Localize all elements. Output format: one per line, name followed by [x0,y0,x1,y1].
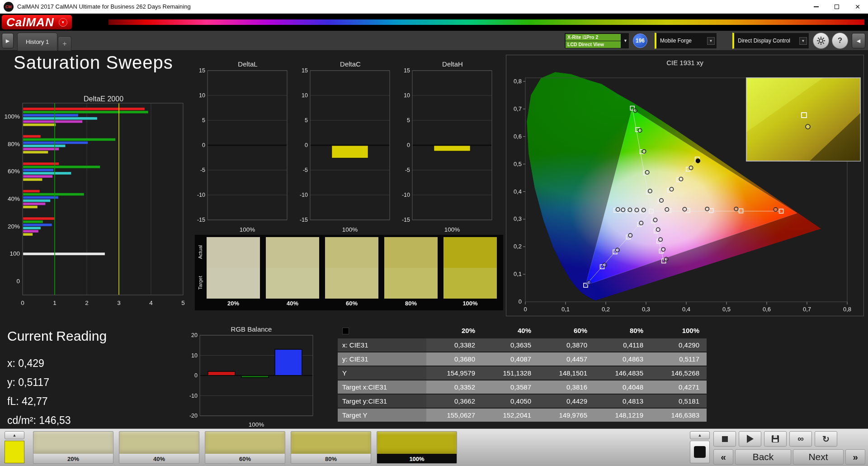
axis-label: 5 [305,117,308,124]
cie-zoom-inset [746,78,860,161]
deltae-bar [23,196,58,199]
window-title: CalMAN 2017 CalMAN Ultimate for Business… [17,0,191,14]
axis-label: 0 [524,306,527,313]
axis-label: 100% [444,226,460,233]
collapse-right-panel-button[interactable]: ◀ [852,33,865,48]
swatch-label: 100% [443,300,497,307]
deltae-group-label: 100 [9,250,20,257]
axis-label: -10 [197,192,205,198]
table-column-header: 40% [482,324,538,338]
minimize-button[interactable] [806,0,826,14]
axis-label: 0,7 [514,105,522,112]
pattern-control-bar: ▲ 20%40%60%80%100% ▲ ∞ ↻ « Back Next » [0,428,868,466]
table-cell: 0,3382 [426,338,482,352]
calman-logo[interactable]: CalMAN ▼ [2,15,72,29]
meter-reading-badge: 196 [633,33,647,48]
cie-measured-marker [734,207,738,211]
axis-label: 0,5 [722,306,731,313]
deltah-chart: 151050-5-10-15100% [395,67,495,235]
deltae-bar [23,175,52,178]
meter-dropdown[interactable]: X-Rite i1Pro 2 LCD Direct View ▼ [564,33,629,49]
logo-menu-button[interactable]: ▼ [59,18,67,27]
measurement-table: 20%40%60%80%100%x: CIE310,33820,36350,38… [338,324,707,423]
cie-measured-marker [642,208,645,212]
level-button-40%[interactable]: 40% [119,431,199,464]
deltae-bar [23,230,38,233]
back-chevron-button[interactable]: « [713,449,733,465]
axis-label: 2 [85,300,89,306]
level-button-20%[interactable]: 20% [33,431,113,464]
next-chevron-button[interactable]: » [845,449,865,465]
swatch-actual [207,237,260,268]
chevron-down-icon[interactable]: ▼ [799,37,807,45]
help-button[interactable]: ? [832,33,848,49]
cie-measured-marker [656,228,660,231]
axis-label: 5 [202,117,205,124]
axis-label: 10 [302,92,308,99]
back-button[interactable]: Back [735,449,791,465]
loop-button[interactable]: ↻ [815,431,837,447]
tab-history-1[interactable]: History 1 [17,33,57,51]
swatch-label: 80% [384,300,438,307]
chevron-down-icon[interactable]: ▼ [707,37,715,45]
axis-label: 0 [407,142,410,148]
table-cell: 0,5181 [651,395,707,408]
table-row: Target x:CIE310,33520,35870,38160,40480,… [338,380,707,394]
axis-label: 0,8 [514,78,522,85]
cie-measured-marker [705,207,709,211]
save-button[interactable] [764,431,787,447]
rgb-balance-chart: 20100-10-20100% [183,333,318,428]
display-control-dropdown[interactable]: Direct Display Control ▼ [732,33,809,49]
level-button-100%[interactable]: 100% [377,431,457,464]
continuous-measure-button[interactable]: ∞ [789,431,812,447]
level-button-60%[interactable]: 60% [205,431,285,464]
axis-label: 0,2 [602,306,610,313]
swatch-80% [384,237,438,299]
cie-chart-title: CIE 1931 xy [506,59,863,67]
settings-button[interactable] [813,33,829,49]
up-arrow-icon: ▲ [13,433,17,437]
table-row: x: CIE310,33820,36350,38700,41180,4290 [338,338,707,352]
pattern-window-button[interactable] [690,441,710,463]
pattern-popup-button-left[interactable]: ▲ [5,431,24,439]
table-column-header: 100% [651,324,707,338]
play-button[interactable] [739,431,761,447]
table-cell: 0,3816 [538,380,594,394]
deltae-group-label: 60% [8,168,20,175]
pattern-popup-button-right[interactable]: ▲ [690,431,710,439]
stop-button[interactable] [713,431,736,447]
cie-measured-marker [653,218,657,222]
level-color-swatch [33,432,113,454]
deltae-bar [23,135,41,138]
cie-measured-marker [660,199,663,202]
level-button-label: 60% [205,454,285,464]
axis-label: 3 [117,300,121,306]
deltae-bar [23,193,84,196]
expand-left-panel-button[interactable]: ▶ [2,33,14,48]
chevron-down-icon[interactable]: ▼ [623,38,627,43]
level-button-80%[interactable]: 80% [291,431,371,464]
cie-measured-marker [616,248,619,252]
deltae-bar [23,206,38,209]
axis-label: 0,3 [514,215,522,222]
close-button[interactable]: × [847,0,868,14]
maximize-button[interactable] [826,0,847,14]
level-button-label: 20% [33,454,113,464]
next-button[interactable]: Next [793,449,844,465]
page-title: Saturation Sweeps [14,52,173,73]
stop-icon [722,436,728,442]
axis-label: 100% [342,226,358,233]
loop-icon: ↻ [822,434,830,444]
table-cell: 155,0627 [426,409,482,422]
infinity-icon: ∞ [797,434,804,444]
deltae-bar [23,178,42,181]
gear-icon [816,36,826,45]
axis-label: 0,6 [763,306,771,313]
table-row: Target Y155,0627152,2041149,9765148,1219… [338,409,707,422]
axis-label: 0 [21,300,24,306]
source-dropdown[interactable]: Mobile Forge ▼ [655,33,717,49]
cie-measured-marker [638,128,642,132]
new-tab-button[interactable]: + [58,36,71,51]
swatch-actual [266,237,319,268]
cie-measured-marker [635,208,638,212]
